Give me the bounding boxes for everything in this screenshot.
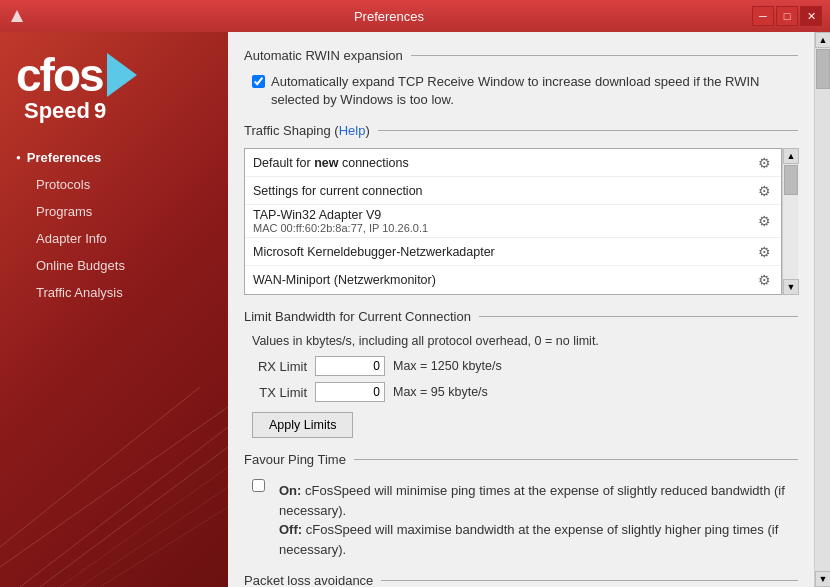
maximize-button[interactable]: □: [776, 6, 798, 26]
sidebar-logo: cfo s Speed 9: [0, 32, 228, 134]
window-controls: ─ □ ✕: [752, 6, 822, 26]
bandwidth-desc: Values in kbytes/s, including all protoc…: [252, 334, 798, 348]
svg-line-3: [0, 387, 200, 547]
ping-divider: [354, 459, 798, 460]
sidebar-label-online-budgets: Online Budgets: [36, 258, 125, 273]
sidebar-item-traffic-analysis[interactable]: Traffic Analysis: [0, 279, 228, 306]
sidebar-nav: ● Preferences Protocols Programs Adapter…: [0, 144, 228, 306]
sidebar-item-programs[interactable]: Programs: [0, 198, 228, 225]
sidebar-item-protocols[interactable]: Protocols: [0, 171, 228, 198]
rwin-checkbox-label: Automatically expand TCP Receive Window …: [271, 73, 798, 109]
shaping-row-name: Default for new connections: [253, 156, 755, 170]
rx-max-label: Max = 1250 kbyte/s: [393, 359, 502, 373]
ping-checkbox-row: On: cFosSpeed will minimise ping times a…: [252, 477, 798, 559]
tx-max-label: Max = 95 kbyte/s: [393, 385, 488, 399]
packet-divider: [381, 580, 798, 581]
tx-limit-input[interactable]: [315, 382, 385, 402]
shaping-row-name: Microsoft Kerneldebugger-Netzwerkadapter: [253, 245, 755, 259]
svg-line-7: [100, 507, 228, 587]
sidebar: cfo s Speed 9 ● Preferences Protocols Pr…: [0, 32, 228, 587]
ping-section-header: Favour Ping Time: [244, 452, 798, 467]
bandwidth-section-header: Limit Bandwidth for Current Connection: [244, 309, 798, 324]
rx-limit-input[interactable]: [315, 356, 385, 376]
sidebar-label-programs: Programs: [36, 204, 92, 219]
shaping-row-name: TAP-Win32 Adapter V9 MAC 00:ff:60:2b:8a:…: [253, 208, 755, 234]
outer-scrollbar: ▲ ▼: [814, 32, 830, 587]
table-scroll-thumb[interactable]: [784, 165, 798, 195]
sidebar-item-preferences[interactable]: ● Preferences: [0, 144, 228, 171]
table-scroll-track: [783, 164, 798, 279]
svg-line-2: [20, 427, 228, 587]
active-bullet-icon: ●: [16, 153, 21, 162]
packet-header-label: Packet loss avoidance: [244, 573, 381, 587]
table-row: WAN-Miniport (Netzwerkmonitor) ⚙: [245, 266, 781, 294]
tx-limit-row: TX Limit Max = 95 kbyte/s: [252, 382, 798, 402]
table-row: Settings for current connection ⚙: [245, 177, 781, 205]
ping-off-label: Off:: [279, 522, 302, 537]
table-row: TAP-Win32 Adapter V9 MAC 00:ff:60:2b:8a:…: [245, 205, 781, 238]
scroll-down-button[interactable]: ▼: [815, 571, 830, 587]
ping-checkbox[interactable]: [252, 479, 265, 492]
shaping-row-name: Settings for current connection: [253, 184, 755, 198]
svg-line-1: [0, 407, 228, 567]
ping-on-text: cFosSpeed will minimise ping times at th…: [279, 483, 785, 518]
scroll-up-button[interactable]: ▲: [815, 32, 830, 48]
bandwidth-header-label: Limit Bandwidth for Current Connection: [244, 309, 479, 324]
main-container: cfo s Speed 9 ● Preferences Protocols Pr…: [0, 32, 830, 587]
bandwidth-divider: [479, 316, 798, 317]
logo-speed-text: Speed: [20, 98, 90, 124]
shaping-row-name: WAN-Miniport (Netzwerkmonitor): [253, 273, 755, 287]
packet-section-header: Packet loss avoidance: [244, 573, 798, 587]
gear-icon[interactable]: ⚙: [755, 212, 773, 230]
shaping-table: Default for new connections ⚙ Settings f…: [244, 148, 782, 295]
content-area: Automatic RWIN expansion Automatically e…: [228, 32, 814, 587]
shaping-table-wrapper: Default for new connections ⚙ Settings f…: [244, 148, 798, 295]
sidebar-label-traffic-analysis: Traffic Analysis: [36, 285, 123, 300]
minimize-button[interactable]: ─: [752, 6, 774, 26]
gear-icon[interactable]: ⚙: [755, 154, 773, 172]
rx-limit-row: RX Limit Max = 1250 kbyte/s: [252, 356, 798, 376]
rwin-divider: [411, 55, 798, 56]
shaping-header-label: Traffic Shaping (Help): [244, 123, 378, 138]
ping-desc: On: cFosSpeed will minimise ping times a…: [279, 481, 798, 559]
sidebar-decoration: [0, 387, 228, 587]
table-scroll-down-button[interactable]: ▼: [783, 279, 799, 295]
app-icon: [8, 7, 26, 25]
sidebar-item-adapter-info[interactable]: Adapter Info: [0, 225, 228, 252]
svg-marker-0: [11, 10, 23, 22]
logo-version: 9: [90, 98, 106, 124]
table-scroll-up-button[interactable]: ▲: [783, 148, 799, 164]
scroll-thumb[interactable]: [816, 49, 830, 89]
table-row: Microsoft Kerneldebugger-Netzwerkadapter…: [245, 238, 781, 266]
apply-limits-button[interactable]: Apply Limits: [252, 412, 353, 438]
gear-icon[interactable]: ⚙: [755, 243, 773, 261]
rx-label: RX Limit: [252, 359, 307, 374]
rwin-section-header: Automatic RWIN expansion: [244, 48, 798, 63]
gear-icon[interactable]: ⚙: [755, 182, 773, 200]
sidebar-label-protocols: Protocols: [36, 177, 90, 192]
window-title: Preferences: [26, 9, 752, 24]
svg-line-5: [60, 467, 228, 587]
logo-arrow-icon: [107, 53, 137, 97]
ping-off-text: cFosSpeed will maximise bandwidth at the…: [279, 522, 778, 557]
sidebar-item-online-budgets[interactable]: Online Budgets: [0, 252, 228, 279]
close-button[interactable]: ✕: [800, 6, 822, 26]
logo-cfos: cfo s: [16, 52, 212, 98]
title-bar: Preferences ─ □ ✕: [0, 0, 830, 32]
ping-on-label: On:: [279, 483, 301, 498]
shaping-section-header: Traffic Shaping (Help): [244, 123, 798, 138]
gear-icon[interactable]: ⚙: [755, 271, 773, 289]
rwin-checkbox[interactable]: [252, 75, 265, 88]
table-row: Default for new connections ⚙: [245, 149, 781, 177]
scroll-track: [815, 48, 830, 571]
ping-header-label: Favour Ping Time: [244, 452, 354, 467]
rwin-header-label: Automatic RWIN expansion: [244, 48, 411, 63]
sidebar-label-preferences: Preferences: [27, 150, 101, 165]
shaping-divider: [378, 130, 798, 131]
tx-label: TX Limit: [252, 385, 307, 400]
sidebar-label-adapter-info: Adapter Info: [36, 231, 107, 246]
help-link[interactable]: Help: [339, 123, 366, 138]
table-scrollbar: ▲ ▼: [782, 148, 798, 295]
rwin-checkbox-row: Automatically expand TCP Receive Window …: [252, 73, 798, 109]
